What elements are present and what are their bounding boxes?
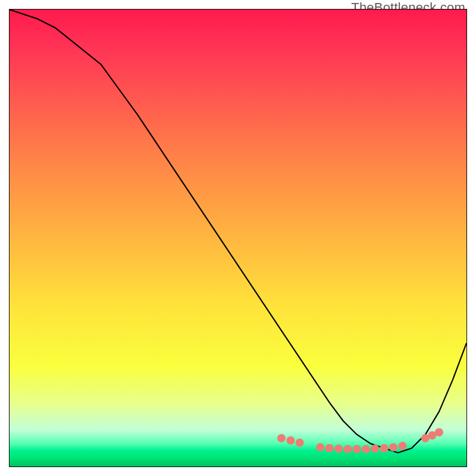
plot-area xyxy=(9,9,467,467)
curve-marker-dot xyxy=(353,445,361,453)
chart-container: TheBottleneck.com xyxy=(0,0,476,476)
curve-marker-dot xyxy=(398,442,406,450)
curve-marker-dot xyxy=(286,436,295,444)
curve-marker-dot xyxy=(371,444,379,453)
curve-marker-dot xyxy=(380,444,389,452)
curve-marker-dot xyxy=(296,439,304,447)
curve-marker-dot xyxy=(316,443,324,452)
bottleneck-curve xyxy=(10,10,466,453)
curve-marker-dot xyxy=(389,443,397,452)
curve-marker-dot xyxy=(325,444,334,452)
curve-marker-dot xyxy=(343,445,352,453)
curve-marker-dot xyxy=(435,428,443,436)
curve-marker-dot xyxy=(334,444,343,453)
curve-marker-dot xyxy=(277,434,286,442)
curve-marker-dot xyxy=(362,445,370,453)
curve-svg xyxy=(10,10,466,466)
